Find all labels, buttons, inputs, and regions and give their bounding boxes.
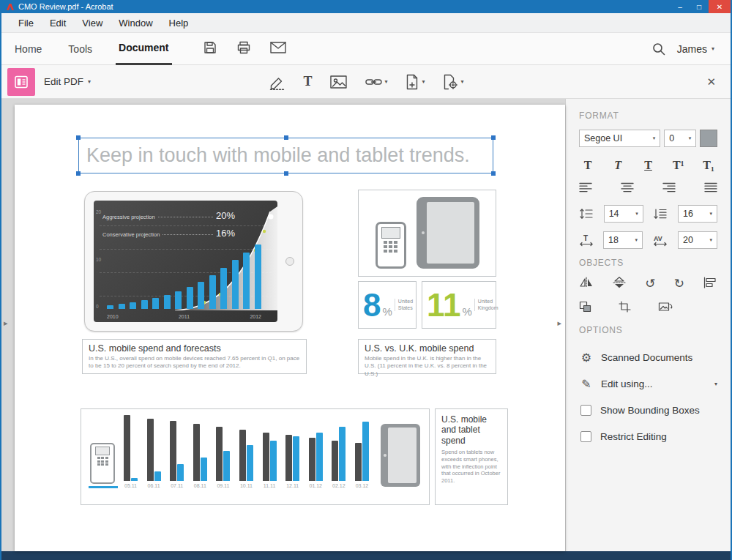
annotation-label: Aggressive projection: [102, 214, 155, 220]
align-objects-button[interactable]: [703, 277, 717, 291]
page-settings-tool-button[interactable]: ▾: [443, 74, 464, 90]
restrict-editing-checkbox[interactable]: [580, 431, 591, 442]
add-text-tool-button[interactable]: T: [303, 74, 312, 89]
right-caption-block[interactable]: U.S. vs. U.K. mobile spend Mobile spend …: [358, 339, 496, 374]
maximize-button[interactable]: □: [690, 0, 709, 13]
tab-tools[interactable]: Tools: [65, 33, 95, 65]
edit-using-label: Edit using...: [601, 378, 653, 389]
menu-window[interactable]: Window: [111, 13, 160, 33]
bar-group: 06.11: [147, 419, 161, 489]
rotate-counterclockwise-button[interactable]: ↺: [645, 277, 655, 290]
align-left-button[interactable]: [579, 182, 592, 195]
tablet-screen: Aggressive projection 20% Conservative p…: [94, 201, 277, 322]
selected-text-block[interactable]: Keep in touch with mobile and tablet tre…: [78, 138, 493, 173]
rotate-clockwise-button[interactable]: ↻: [674, 277, 684, 290]
user-menu[interactable]: James ▾: [677, 43, 714, 55]
phone-icon: [90, 443, 115, 484]
restrict-editing-option[interactable]: Restrict Editing: [579, 423, 717, 449]
bar-group: 12.11: [285, 435, 299, 488]
chart-bar: [193, 424, 200, 481]
edit-text-tool-button[interactable]: [268, 74, 285, 90]
bottom-caption-block[interactable]: U.S. mobile and tablet spend Spend on ta…: [435, 408, 508, 505]
underline-button[interactable]: T: [640, 159, 657, 172]
add-page-tool-button[interactable]: ▾: [406, 74, 425, 90]
uk-stat-unit: %: [463, 305, 472, 318]
link-tool-button[interactable]: ▾: [365, 77, 387, 87]
subscript-button[interactable]: T₁: [700, 159, 717, 172]
chevron-down-icon: ▾: [461, 78, 464, 85]
chart-bar: [285, 435, 292, 481]
edit-pdf-label[interactable]: Edit PDF: [44, 76, 83, 87]
font-family-value: Segoe UI: [584, 133, 622, 143]
line-spacing-select[interactable]: 14 ▾: [604, 205, 643, 223]
x-tick-label: 2012: [250, 314, 261, 319]
menu-help[interactable]: Help: [161, 13, 197, 33]
chart-bar: [124, 415, 130, 481]
edit-pdf-badge-icon[interactable]: [7, 68, 35, 96]
projection-xticks: 201020112012: [107, 314, 261, 319]
document-heading[interactable]: Keep in touch with mobile and tablet tre…: [79, 138, 493, 173]
arrange-objects-button[interactable]: [579, 301, 592, 315]
show-bounding-boxes-option[interactable]: Show Bounding Boxes: [579, 397, 717, 423]
uk-stat[interactable]: 11 % United Kingdom: [422, 281, 496, 329]
tablet-icon: [381, 424, 420, 487]
selection-handle[interactable]: [491, 171, 496, 176]
pdf-page[interactable]: Keep in touch with mobile and tablet tre…: [15, 105, 565, 551]
flip-horizontal-button[interactable]: [579, 277, 594, 291]
search-button[interactable]: [652, 42, 665, 56]
print-button[interactable]: [236, 40, 251, 58]
menu-view[interactable]: View: [74, 13, 111, 33]
font-color-swatch[interactable]: [700, 130, 717, 147]
chart-bar: [141, 300, 148, 309]
left-caption-block[interactable]: U.S. mobile spend and forecasts In the U…: [82, 339, 307, 374]
character-spacing-select[interactable]: 20 ▾: [678, 231, 717, 249]
projection-chart-graphic[interactable]: Aggressive projection 20% Conservative p…: [84, 191, 303, 332]
x-tick-label: 11.11: [264, 483, 275, 488]
crop-button[interactable]: [619, 301, 632, 315]
window-title: CMO Review.pdf - Acrobat: [18, 2, 671, 11]
chevron-down-icon[interactable]: ▾: [88, 78, 91, 85]
chart-bar: [316, 433, 323, 482]
close-button[interactable]: ✕: [709, 0, 731, 13]
align-center-button[interactable]: [621, 182, 634, 195]
right-panel-toggle-icon[interactable]: ▸: [557, 318, 561, 328]
flip-vertical-button[interactable]: [612, 277, 627, 291]
menu-file[interactable]: File: [10, 13, 42, 33]
superscript-button[interactable]: T¹: [670, 159, 687, 172]
selection-handle[interactable]: [284, 135, 288, 140]
bar-group: 02.12: [332, 427, 346, 488]
x-tick-label: 05.11: [124, 483, 137, 488]
bold-button[interactable]: T: [579, 159, 597, 172]
tablet-icon: [417, 197, 479, 269]
close-edit-pdf-button[interactable]: ✕: [706, 75, 716, 89]
horizontal-scale-select[interactable]: 18 ▾: [603, 231, 643, 249]
devices-graphic[interactable]: [358, 190, 496, 277]
email-button[interactable]: [270, 42, 286, 56]
edit-using-option[interactable]: ✎ Edit using... ▾: [579, 370, 717, 397]
monthly-chart-graphic[interactable]: 05.1106.1107.1108.1109.1110.1111.1112.11…: [81, 408, 430, 505]
minimize-button[interactable]: –: [671, 0, 690, 13]
selection-handle[interactable]: [76, 171, 81, 176]
tab-home[interactable]: Home: [12, 33, 45, 65]
font-size-select[interactable]: 0 ▾: [664, 130, 696, 147]
tab-document[interactable]: Document: [116, 33, 171, 65]
us-stat[interactable]: 8 % United States: [358, 281, 417, 329]
add-image-tool-button[interactable]: [329, 75, 347, 89]
selection-handle[interactable]: [284, 171, 288, 176]
font-family-select[interactable]: Segoe UI ▾: [579, 130, 660, 147]
menu-edit[interactable]: Edit: [42, 13, 74, 33]
chart-bar: [309, 438, 315, 481]
save-button[interactable]: [203, 40, 217, 58]
font-size-value: 0: [669, 133, 674, 143]
left-panel-toggle-icon[interactable]: ▸: [4, 318, 8, 328]
paragraph-spacing-select[interactable]: 16 ▾: [678, 205, 717, 223]
selection-handle[interactable]: [491, 135, 496, 140]
scanned-documents-option[interactable]: ⚙ Scanned Documents: [579, 344, 717, 370]
chart-bar: [177, 464, 184, 481]
align-right-button[interactable]: [662, 182, 676, 195]
replace-image-button[interactable]: [658, 301, 673, 315]
align-justify-button[interactable]: [704, 182, 717, 195]
show-bounding-boxes-checkbox[interactable]: [580, 405, 591, 416]
selection-handle[interactable]: [76, 135, 81, 140]
italic-button[interactable]: T: [609, 159, 627, 172]
